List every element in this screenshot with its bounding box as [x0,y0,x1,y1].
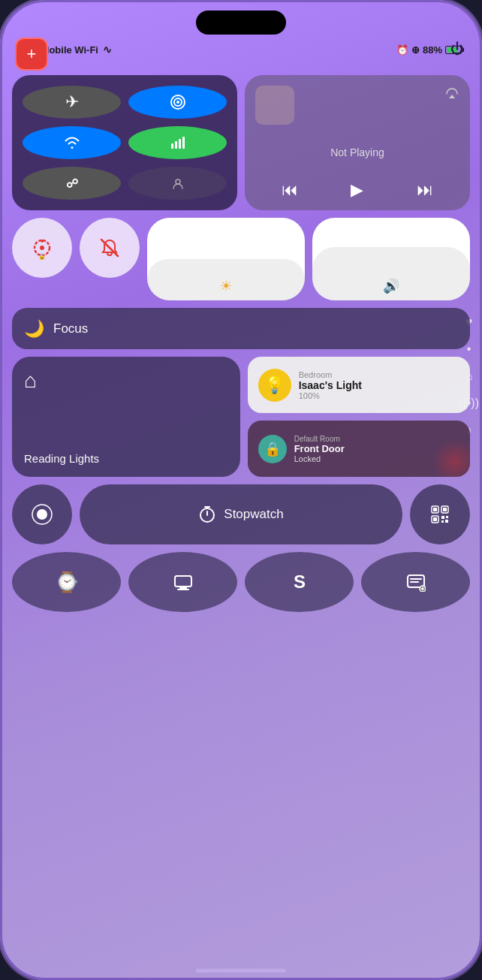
brightness-icon: ☀ [220,278,232,294]
now-playing-block[interactable]: Not Playing ⏮ ▶ ⏭ [245,75,470,210]
wifi-button[interactable] [23,126,121,159]
svg-rect-25 [175,576,191,586]
status-bar: T-Mobile Wi-Fi ∿ ⏰ ⊕ 88% [18,44,464,56]
svg-rect-24 [445,520,448,523]
airplay-icon[interactable] [444,86,459,103]
light-percent-label: 100% [299,391,362,400]
watch-button[interactable]: ⌚ [12,552,121,612]
qr-scanner-button[interactable] [410,484,470,544]
side-button-vol-down[interactable] [0,308,1,375]
svg-text:🔒: 🔒 [38,252,46,260]
svg-point-13 [37,509,47,520]
lock-room-label: Default Room [294,435,345,443]
dynamic-island [196,11,286,35]
plus-icon: + [27,46,37,62]
next-button[interactable]: ⏭ [417,180,433,200]
lock-name-label: Front Door [294,443,345,454]
svg-rect-3 [171,143,173,149]
album-art [255,86,294,125]
row-bottom-actions: ⌚ S [12,552,470,612]
focus-button[interactable]: 🌙 Focus [12,308,470,349]
silent-mode-button[interactable] [80,218,140,278]
home-indicator[interactable] [196,969,286,972]
row-home-accessories: ⌂ Reading Lights 💡 Bedroom Isaac's Light… [12,357,470,477]
stopwatch-label: Stopwatch [224,507,283,522]
reading-home-icon: ⌂ [24,369,228,393]
svg-rect-23 [441,520,444,523]
now-playing-top [255,86,459,125]
screen-mirror-button[interactable] [128,552,237,612]
row-connectivity-nowplaying: ✈ [12,75,470,210]
lock-icon-circle: 🔒 [258,435,287,463]
lock-status-label: Locked [294,454,345,463]
light-room-label: Bedroom [299,370,362,379]
wifi-status-icon: ∿ [103,44,112,56]
light-name-label: Isaac's Light [299,379,362,391]
now-playing-label: Not Playing [255,146,459,158]
svg-rect-27 [177,589,189,590]
svg-rect-21 [441,516,444,519]
location-icon: ⊕ [411,44,420,56]
signal-strength-button[interactable] [128,126,227,159]
connectivity-block: ✈ [12,75,237,210]
reading-lights-button[interactable]: ⌂ Reading Lights [12,357,240,477]
svg-rect-4 [175,141,177,149]
lock-info: Default Room Front Door Locked [294,435,345,463]
accessories-right-col: 💡 Bedroom Isaac's Light 100% 🔒 Default R… [248,357,470,477]
record-button[interactable] [12,484,72,544]
stopwatch-button[interactable]: Stopwatch [80,484,402,544]
light-card[interactable]: 💡 Bedroom Isaac's Light 100% [248,357,470,413]
svg-point-9 [40,246,44,250]
moon-icon: 🌙 [24,319,44,339]
svg-point-2 [176,101,179,104]
lock-card[interactable]: 🔒 Default Room Front Door Locked [248,421,470,477]
battery-percent: 88% [423,44,442,56]
power-icon[interactable]: ⏻ [450,41,464,57]
brightness-slider[interactable]: ☀ [147,218,305,300]
svg-rect-22 [446,516,448,518]
airdrop-button[interactable] [128,167,227,200]
add-control-button[interactable]: + [15,38,48,71]
svg-point-7 [176,179,180,184]
svg-rect-16 [433,508,437,511]
side-button-vol-up[interactable] [0,225,1,293]
light-info: Bedroom Isaac's Light 100% [299,370,362,400]
svg-rect-18 [443,508,447,511]
svg-rect-5 [179,139,181,149]
focus-label: Focus [53,321,88,336]
alarm-icon: ⏰ [396,44,408,56]
phone-frame: T-Mobile Wi-Fi ∿ ⏰ ⊕ 88% + ⏻ ♥ • ⌂ ((•))… [0,0,482,980]
row-actions: Stopwatch [12,484,470,544]
light-bulb-icon: 💡 [258,369,291,402]
cellular-button[interactable] [128,86,227,119]
screen-rotation-button[interactable]: 🔒 [12,218,72,278]
text-button[interactable] [361,552,470,612]
shazam-button[interactable]: S [245,552,354,612]
svg-rect-26 [179,586,187,589]
side-button-mute[interactable] [0,165,1,210]
row-toggles-sliders: 🔒 ☀ 🔊 [12,218,470,300]
volume-icon: 🔊 [383,278,399,294]
svg-rect-20 [433,517,437,521]
play-pause-button[interactable]: ▶ [351,180,363,200]
previous-button[interactable]: ⏮ [282,180,298,200]
playback-controls: ⏮ ▶ ⏭ [255,180,459,200]
svg-rect-6 [182,137,185,149]
sliders-container: ☀ 🔊 [147,218,470,300]
reading-lights-label: Reading Lights [24,452,228,465]
volume-slider[interactable]: 🔊 [312,218,470,300]
control-center: ✈ [12,75,470,950]
bluetooth-button[interactable]: ☍ [23,167,121,200]
airplane-mode-button[interactable]: ✈ [23,86,121,119]
